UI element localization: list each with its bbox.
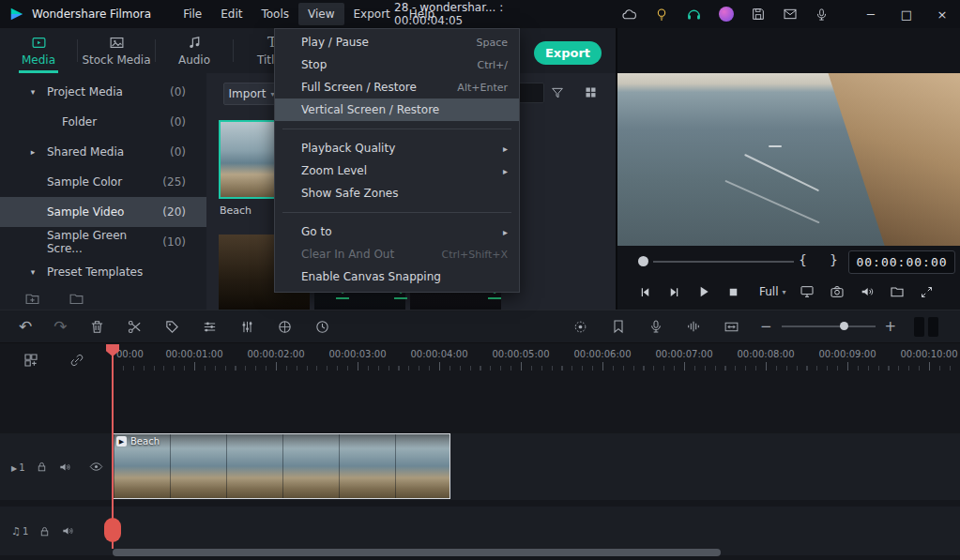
seek-slider-knob[interactable] — [638, 256, 648, 266]
media-folder-icon[interactable] — [890, 284, 905, 299]
menu-export[interactable]: Export — [344, 3, 400, 25]
media-tab-icon — [31, 35, 47, 51]
manage-tracks-icon[interactable] — [23, 352, 39, 369]
menu-file[interactable]: File — [174, 3, 211, 25]
cloud-icon[interactable] — [621, 7, 637, 23]
render-preview-icon[interactable] — [572, 319, 588, 335]
sidebar-item-preset-templates[interactable]: ▾ Preset Templates — [0, 257, 206, 287]
menu-item-playback-quality[interactable]: Playback Quality ▸ — [275, 137, 519, 159]
ruler-label: 00:00:02:00 — [247, 349, 304, 359]
previous-frame-icon[interactable] — [638, 285, 652, 299]
snapshot-camera-icon[interactable] — [830, 284, 845, 299]
sidebar-item-sample-video[interactable]: Sample Video (20) — [0, 197, 206, 227]
redo-icon[interactable]: ↷ — [53, 319, 67, 335]
display-device-icon[interactable] — [800, 284, 815, 299]
menu-item-vertical-screen-restore[interactable]: Vertical Screen / Restore — [275, 98, 519, 121]
color-correction-icon[interactable] — [277, 319, 293, 335]
audio-wave-icon[interactable] — [686, 319, 701, 334]
sidebar-item-sample-color[interactable]: Sample Color (25) — [0, 167, 206, 197]
menu-item-stop[interactable]: Stop Ctrl+/ — [275, 53, 519, 76]
lock-track-icon[interactable] — [38, 525, 51, 537]
play-icon[interactable] — [696, 284, 711, 299]
voiceover-mic-icon[interactable] — [648, 319, 663, 334]
music-note-icon: ♫ — [11, 525, 21, 537]
marker-icon[interactable] — [611, 319, 626, 334]
speaker-icon[interactable] — [860, 284, 875, 299]
delete-icon[interactable] — [89, 319, 105, 335]
submenu-arrow-icon: ▸ — [503, 144, 508, 154]
menu-item-play-pause[interactable]: Play / Pause Space — [275, 31, 519, 53]
tab-media[interactable]: Media — [0, 28, 77, 73]
stop-icon[interactable] — [726, 285, 740, 299]
minimize-button[interactable]: ─ — [853, 0, 889, 28]
grid-view-icon[interactable] — [584, 85, 598, 99]
mark-out-button[interactable]: } — [830, 252, 838, 267]
menu-edit[interactable]: Edit — [211, 3, 251, 25]
ruler-label: 00:00:04:00 — [410, 349, 467, 359]
seek-slider-track[interactable] — [653, 261, 794, 263]
split-scissors-icon[interactable] — [127, 319, 143, 335]
menu-tools[interactable]: Tools — [251, 3, 298, 25]
mic-icon[interactable] — [815, 8, 829, 22]
preview-quality-dropdown[interactable]: Full ▾ — [759, 285, 786, 298]
sidebar-item-sample-green-screen[interactable]: Sample Green Scre... (10) — [0, 227, 206, 257]
sidebar-item-folder[interactable]: Folder (0) — [0, 107, 206, 137]
video-foam — [769, 145, 783, 147]
titlebar-icons — [621, 0, 829, 28]
folder-icon[interactable] — [69, 291, 84, 307]
sidebar-item-shared-media[interactable]: ▸ Shared Media (0) — [0, 137, 206, 167]
fullscreen-icon[interactable] — [920, 285, 934, 299]
range-selection-icon[interactable] — [724, 319, 739, 335]
speed-clock-icon[interactable] — [314, 319, 330, 335]
mail-icon[interactable] — [783, 7, 798, 22]
audio-mixer-icon[interactable] — [239, 319, 255, 335]
timeline-clip-beach[interactable]: ▶ Beach — [113, 433, 450, 499]
zoom-slider-knob[interactable] — [840, 322, 848, 330]
timeline-horizontal-scrollbar[interactable] — [113, 549, 721, 556]
lock-track-icon[interactable] — [36, 461, 48, 473]
menu-item-enable-canvas-snapping[interactable]: Enable Canvas Snapping — [275, 265, 519, 288]
menu-item-full-screen-restore[interactable]: Full Screen / Restore Alt+Enter — [275, 76, 519, 98]
tag-icon[interactable] — [164, 319, 180, 335]
timeline-view-toggle[interactable] — [914, 317, 938, 337]
timeline-ruler[interactable]: 00:00 00:00:01:00 00:00:02:00 00:00:03:0… — [113, 346, 960, 371]
menu-item-show-safe-zones[interactable]: Show Safe Zones — [275, 182, 519, 204]
save-icon[interactable] — [751, 7, 766, 22]
export-button[interactable]: Export — [534, 41, 602, 65]
video-cliff — [771, 73, 960, 246]
import-button[interactable]: Import ▾ — [223, 83, 280, 105]
hide-track-eye-icon[interactable] — [89, 460, 103, 474]
collapse-triangle-icon[interactable]: ▾ — [26, 87, 39, 97]
filter-funnel-icon[interactable] — [550, 85, 565, 100]
adjust-sliders-icon[interactable] — [202, 319, 218, 335]
tab-stock-media[interactable]: Stock Media — [78, 28, 155, 73]
collapse-triangle-icon[interactable]: ▾ — [26, 267, 39, 277]
expand-triangle-icon[interactable]: ▸ — [26, 147, 39, 157]
zoom-slider[interactable] — [782, 325, 876, 327]
video-track-type: ▶1 — [11, 461, 25, 474]
link-clips-icon[interactable] — [69, 353, 84, 368]
headset-support-icon[interactable] — [686, 7, 702, 23]
view-dropdown-menu: Play / Pause Space Stop Ctrl+/ Full Scre… — [274, 28, 520, 293]
next-frame-icon[interactable] — [667, 285, 681, 299]
close-button[interactable]: × — [924, 0, 960, 28]
mute-track-icon[interactable] — [61, 524, 74, 537]
sidebar-item-project-media[interactable]: ▾ Project Media (0) — [0, 77, 206, 107]
tab-audio[interactable]: Audio — [156, 28, 233, 73]
menu-item-zoom-level[interactable]: Zoom Level ▸ — [275, 159, 519, 182]
menu-view[interactable]: View — [298, 3, 343, 25]
video-icon: ▶ — [11, 464, 17, 473]
undo-icon[interactable]: ↶ — [19, 319, 32, 335]
account-avatar[interactable] — [719, 7, 734, 22]
bulb-icon[interactable] — [654, 7, 669, 22]
mute-track-icon[interactable] — [58, 461, 71, 474]
titlebar: Wondershare Filmora File Edit Tools View… — [0, 0, 960, 28]
new-folder-icon[interactable] — [24, 291, 40, 307]
timeline-panel: 00:00 00:00:01:00 00:00:02:00 00:00:03:0… — [0, 344, 960, 560]
mark-in-button[interactable]: { — [799, 252, 807, 267]
zoom-out-icon[interactable]: − — [760, 318, 772, 335]
zoom-in-icon[interactable]: + — [885, 318, 897, 335]
menu-item-go-to[interactable]: Go to ▸ — [275, 220, 519, 243]
maximize-button[interactable]: □ — [889, 0, 924, 28]
playhead-bottom-grip[interactable] — [104, 518, 121, 542]
